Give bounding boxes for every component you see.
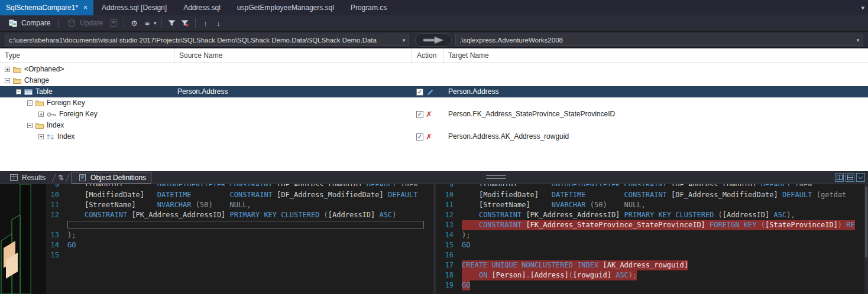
line-number: 15	[46, 250, 67, 260]
column-header-action[interactable]: Action	[412, 48, 436, 63]
view-list-caret-icon[interactable]: ▾	[154, 20, 157, 26]
grid-row[interactable]: +<Orphaned>	[0, 64, 868, 75]
table-icon	[24, 89, 33, 96]
next-difference-icon[interactable]: ↓	[213, 18, 224, 28]
grid-row[interactable]: −Change	[0, 75, 868, 86]
column-separator[interactable]	[412, 48, 412, 63]
index-icon	[47, 133, 54, 141]
scrollbar-thumb[interactable]	[865, 187, 867, 257]
tab-results[interactable]: Results	[4, 172, 50, 184]
tab-object-definitions-label: Object Definitions	[90, 174, 146, 182]
generate-script-icon[interactable]	[108, 18, 119, 28]
include-checkbox[interactable]: ✓	[416, 111, 423, 118]
doc-tab-label: Address.sql	[183, 4, 221, 12]
updown-arrows-icon[interactable]: ⇅	[58, 174, 64, 182]
previous-difference-icon[interactable]: ↑	[200, 18, 211, 28]
options-gear-icon[interactable]: ⚙	[129, 18, 140, 28]
line-number: 19	[436, 280, 462, 290]
compare-direction-arrow-icon[interactable]	[415, 33, 452, 47]
tab-object-definitions[interactable]: Object Definitions	[72, 172, 151, 184]
toolbar: Compare Update ⚙ ≡ ▾ ↑ ↓	[0, 15, 868, 31]
filter-icon[interactable]	[167, 18, 177, 28]
line-text: );	[462, 230, 864, 240]
include-checkbox[interactable]: ✓	[416, 133, 423, 141]
column-separator[interactable]	[174, 48, 174, 63]
include-checkbox[interactable]: ✓	[416, 89, 423, 96]
expander-expanded-icon[interactable]: −	[16, 89, 21, 94]
collapse-pane-icon[interactable]	[856, 173, 865, 182]
filter-errors-icon[interactable]	[180, 18, 190, 28]
source-definition-pane[interactable]: 9 [rowguid] UNIQUEIDENTIFIER CONSTRAINT …	[0, 184, 433, 294]
expander-expanded-icon[interactable]: −	[5, 78, 10, 83]
code-line: 9 [rowguid] UNIQUEIDENTIFIER CONSTRAINT …	[46, 184, 433, 190]
column-separator[interactable]	[443, 48, 443, 63]
doc-tab-2[interactable]: Address.sql [Design]	[93, 0, 175, 15]
expander-collapsed-icon[interactable]: +	[5, 67, 10, 72]
line-text: ON [Person].[Address]([rowguid] ASC);	[462, 270, 864, 280]
source-combo-value: c:\users\sbehara1\documents\visual studi…	[5, 37, 399, 44]
code-line: 13);	[46, 230, 433, 240]
column-header-target-name[interactable]: Target Name	[443, 48, 489, 63]
grid-row[interactable]: +Index✓✗Person.Address.AK_Address_rowgui…	[0, 131, 868, 142]
source-code: 9 [rowguid] UNIQUEIDENTIFIER CONSTRAINT …	[46, 184, 433, 294]
column-header-type[interactable]: Type	[0, 48, 20, 63]
line-text	[67, 250, 433, 260]
update-button[interactable]: Update	[63, 17, 106, 29]
line-number: 13	[436, 220, 462, 230]
source-combo-chevron-icon[interactable]: ▾	[399, 37, 409, 43]
line-text: GO	[462, 240, 864, 250]
expander-expanded-icon[interactable]: −	[27, 123, 33, 128]
diff-highlight: ON [Person].[Address]([rowguid] ASC);	[462, 270, 637, 280]
line-text: [StreetName] NVARCHAR (50) NULL,	[462, 200, 864, 210]
results-grid-icon	[8, 173, 19, 182]
object-definitions-area: 9 [rowguid] UNIQUEIDENTIFIER CONSTRAINT …	[0, 184, 868, 294]
doc-tab-label: Address.sql [Design]	[102, 4, 167, 12]
target-combo-chevron-icon[interactable]: ▾	[853, 37, 863, 43]
type-label: <Orphaned>	[24, 64, 64, 75]
grid-row[interactable]: −Index	[0, 120, 868, 131]
code-line: 11 [StreetName] NVARCHAR (50) NULL,	[436, 200, 864, 210]
target-definition-pane[interactable]: 9 [rowguid] UNIQUEIDENTIFIER CONSTRAINT …	[436, 184, 868, 294]
tab-list-chevron-icon[interactable]: ▾	[861, 0, 864, 15]
line-number: 15	[436, 240, 462, 250]
doc-tab-5[interactable]: Program.cs	[342, 0, 395, 15]
type-cell: −Index	[0, 120, 64, 131]
code-line: 9 [rowguid] UNIQUEIDENTIFIER CONSTRAINT …	[436, 184, 864, 190]
line-number: 9	[436, 184, 462, 186]
folder-icon	[35, 122, 44, 129]
split-vertical-icon[interactable]	[835, 173, 844, 182]
doc-tab-1[interactable]: SqlSchemaCompare1*×	[0, 0, 93, 15]
target-name-cell: Person.Address	[448, 86, 498, 97]
tab-close-icon[interactable]: ×	[83, 4, 88, 11]
diff-highlight: GO	[462, 280, 470, 290]
expander-collapsed-icon[interactable]: +	[38, 134, 44, 139]
grid-row[interactable]: −Foreign Key	[0, 97, 868, 109]
doc-tab-4[interactable]: uspGetEmployeeManagers.sql	[229, 0, 342, 15]
delete-action-icon: ✗	[426, 110, 432, 118]
splitter-grip[interactable]	[486, 175, 506, 179]
line-number: 14	[46, 240, 67, 250]
source-combo[interactable]: c:\users\sbehara1\documents\visual studi…	[5, 34, 409, 46]
code-line: 15GO	[436, 240, 864, 250]
code-line: 14GO	[46, 240, 433, 250]
split-horizontal-icon[interactable]	[846, 173, 854, 182]
target-name-cell: Person.FK_Address_StateProvince_StatePro…	[448, 109, 615, 120]
connection-bar: c:\users\sbehara1\documents\visual studi…	[0, 32, 868, 48]
diff-map-graphic	[0, 184, 46, 294]
line-number: 14	[436, 230, 462, 240]
line-number: 13	[46, 230, 67, 240]
doc-tab-3[interactable]: Address.sql	[175, 0, 229, 15]
vertical-scrollbar[interactable]	[864, 184, 868, 294]
expander-collapsed-icon[interactable]: +	[38, 112, 44, 117]
line-number: 10	[46, 190, 67, 200]
view-list-icon[interactable]: ≡	[142, 18, 153, 28]
target-combo[interactable]: .\sqlexpress.AdventureWorks2008 ▾	[455, 34, 863, 46]
grid-row[interactable]: +Foreign Key✓✗Person.FK_Address_StatePro…	[0, 109, 868, 120]
pane-buttons	[835, 173, 865, 182]
line-number: 11	[436, 200, 462, 210]
diff-highlight: CONSTRAINT [FK_Address_StateProvince_Sta…	[462, 220, 855, 230]
compare-button[interactable]: Compare	[5, 17, 53, 29]
column-header-source-name[interactable]: Source Name	[174, 48, 222, 63]
grid-row[interactable]: −TablePerson.Address✓Person.Address	[0, 86, 868, 97]
expander-expanded-icon[interactable]: −	[27, 100, 33, 106]
